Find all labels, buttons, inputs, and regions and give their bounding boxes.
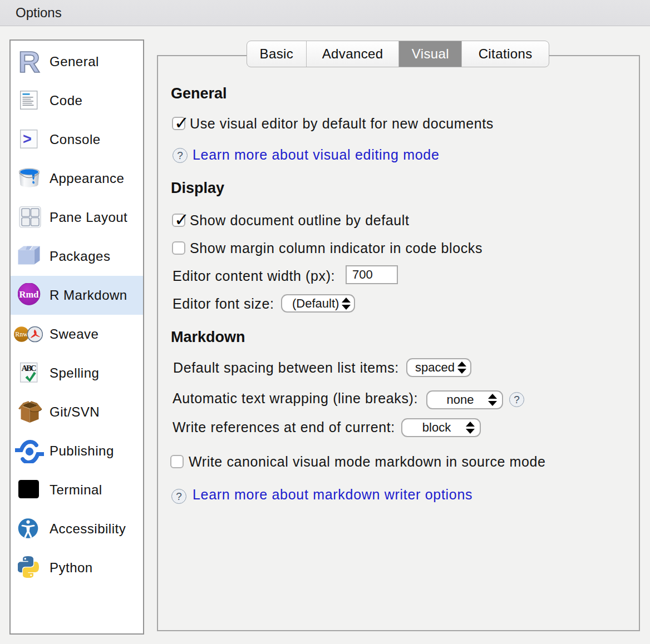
svg-text:R: R xyxy=(18,49,40,74)
svg-text:Rmd: Rmd xyxy=(19,289,39,300)
svg-text:ABC: ABC xyxy=(22,364,37,373)
svg-text:>: > xyxy=(23,131,32,147)
svg-text:Rnw: Rnw xyxy=(15,330,28,338)
